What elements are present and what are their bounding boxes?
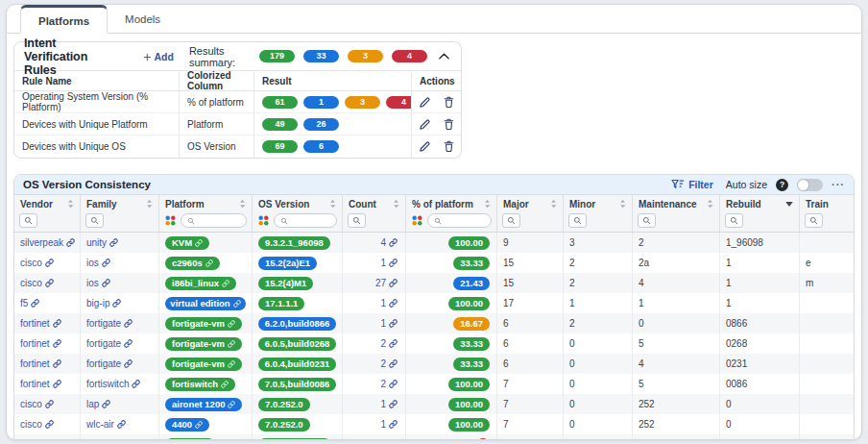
platform-badge[interactable]: KVM — [165, 236, 209, 250]
cell-vendor[interactable]: cisco — [14, 253, 81, 273]
search-filter-button-major[interactable] — [502, 213, 520, 228]
result-badge[interactable]: 6 — [303, 140, 339, 153]
column-search-input-pct[interactable] — [427, 213, 492, 228]
result-badge[interactable]: 4 — [386, 96, 412, 109]
platform-badge[interactable]: i86bi_linux — [165, 277, 236, 290]
platform-badge[interactable]: aironet 1200 — [165, 398, 242, 411]
column-header-rebuild[interactable]: Rebuild — [720, 195, 800, 212]
cell-count[interactable]: 4 — [343, 233, 406, 253]
delete-rule-button[interactable] — [443, 118, 455, 131]
colorize-icon[interactable] — [411, 214, 423, 227]
cell-vendor[interactable] — [14, 434, 81, 439]
autosize-toggle[interactable] — [797, 179, 823, 191]
result-badge[interactable]: 26 — [303, 118, 339, 131]
column-header-major[interactable]: Major — [497, 195, 564, 212]
cell-family[interactable]: lap — [81, 394, 159, 414]
cell-vendor[interactable]: cisco — [14, 273, 81, 293]
cell-vendor[interactable]: fortinet — [14, 354, 81, 374]
search-filter-button-vendor[interactable] — [19, 213, 37, 228]
result-badge[interactable]: 49 — [262, 118, 298, 131]
column-header-pct[interactable]: % of platform — [406, 195, 497, 212]
tab-models[interactable]: Models — [108, 4, 178, 33]
platform-badge[interactable]: c2960s — [165, 257, 220, 270]
cell-vendor[interactable]: cisco — [14, 414, 81, 434]
edit-rule-button[interactable] — [419, 118, 431, 131]
help-icon[interactable]: ? — [776, 179, 788, 191]
cell-vendor[interactable]: cisco — [14, 394, 81, 414]
overflow-menu-button[interactable]: ··· — [832, 180, 845, 190]
platform-badge[interactable]: virtual edition — [165, 297, 246, 310]
result-badge[interactable]: 61 — [262, 96, 298, 109]
filter-button[interactable]: Filter — [671, 179, 713, 190]
cell-family[interactable]: ios — [81, 273, 159, 293]
colorize-icon[interactable] — [257, 214, 270, 227]
cell-family[interactable]: unity — [81, 233, 159, 253]
platform-badge[interactable]: fortigate-vm — [165, 358, 242, 371]
column-header-minor[interactable]: Minor — [564, 195, 633, 212]
cell-vendor[interactable]: silverpeak — [14, 233, 81, 253]
search-input[interactable] — [445, 216, 487, 226]
platform-badge[interactable]: fortiswitch — [165, 378, 235, 391]
platform-badge[interactable]: 4400 — [165, 418, 209, 432]
column-search-input-os_version[interactable] — [274, 213, 337, 228]
colorize-icon[interactable] — [164, 214, 177, 227]
cell-count[interactable]: 27 — [343, 273, 406, 293]
cell-family[interactable]: wlc-air — [81, 414, 159, 434]
cell-count[interactable]: 1 — [343, 293, 406, 313]
cell-vendor[interactable]: fortinet — [14, 313, 81, 333]
result-badge[interactable]: 69 — [262, 140, 298, 153]
edit-rule-button[interactable] — [419, 96, 431, 109]
result-badge[interactable]: 3 — [345, 96, 380, 109]
edit-rule-button[interactable] — [419, 140, 431, 153]
cell-vendor[interactable]: fortinet — [14, 333, 81, 354]
cell-family[interactable]: fortigate — [81, 333, 159, 354]
collapse-panel-button[interactable] — [437, 51, 451, 62]
delete-rule-button[interactable] — [443, 140, 455, 153]
cell-family[interactable]: fortiswitch — [81, 374, 159, 394]
cell-count[interactable]: 2 — [343, 354, 406, 374]
cell-family[interactable]: fortigate — [81, 313, 159, 333]
summary-badge[interactable]: 179 — [259, 50, 295, 62]
column-header-os_version[interactable]: OS Version — [253, 195, 343, 212]
platform-badge[interactable]: fortigate-vm — [165, 317, 242, 331]
delete-rule-button[interactable] — [443, 96, 455, 109]
cell-vendor[interactable]: fortinet — [14, 374, 81, 394]
cell-count[interactable]: 1 — [343, 313, 406, 333]
search-filter-button-train[interactable] — [805, 213, 823, 228]
cell-vendor[interactable]: f5 — [14, 293, 81, 313]
search-filter-button-count[interactable] — [348, 213, 366, 228]
column-header-count[interactable]: Count — [343, 195, 406, 212]
column-header-vendor[interactable]: Vendor — [14, 195, 81, 212]
cell-family[interactable]: big-ip — [81, 293, 159, 313]
summary-badge[interactable]: 33 — [303, 50, 339, 62]
cell-count[interactable]: 2 — [343, 333, 406, 354]
search-filter-button-rebuild[interactable] — [725, 213, 743, 228]
cell-count[interactable] — [343, 434, 406, 439]
tab-platforms[interactable]: Platforms — [20, 5, 108, 34]
cell-count[interactable]: 1 — [343, 394, 406, 414]
search-filter-button-family[interactable] — [85, 213, 104, 228]
result-badge[interactable]: 1 — [303, 96, 339, 109]
column-header-platform[interactable]: Platform — [159, 195, 253, 212]
search-input[interactable] — [291, 216, 332, 226]
search-filter-button-minor[interactable] — [568, 213, 587, 228]
search-input[interactable] — [198, 216, 242, 226]
cell-family[interactable]: fortigate — [81, 354, 159, 374]
platform-badge[interactable] — [165, 438, 215, 440]
platform-badge[interactable]: fortigate-vm — [165, 337, 242, 351]
summary-badge[interactable]: 3 — [348, 50, 383, 62]
column-search-input-platform[interactable] — [181, 213, 247, 228]
summary-badge[interactable]: 4 — [392, 50, 427, 62]
cell-family[interactable] — [81, 434, 159, 439]
cell-count[interactable]: 2 — [343, 374, 406, 394]
add-rule-button[interactable]: + Add — [143, 51, 174, 62]
column-header-train[interactable]: Train — [800, 195, 854, 212]
column-header-family[interactable]: Family — [81, 195, 159, 212]
link-icon — [102, 400, 110, 408]
cell-count[interactable]: 1 — [343, 414, 406, 434]
cell-family[interactable]: ios — [81, 253, 159, 273]
column-header-maintenance[interactable]: Maintenance — [633, 195, 720, 212]
search-filter-button-maintenance[interactable] — [638, 213, 656, 228]
cell-count[interactable]: 1 — [343, 253, 406, 273]
cell-train — [800, 313, 854, 333]
